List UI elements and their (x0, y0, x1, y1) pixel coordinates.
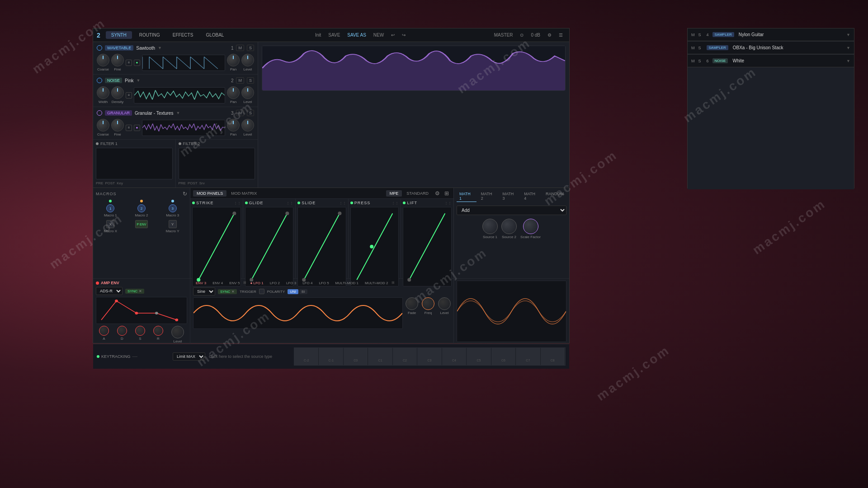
osc2-pan-knob[interactable] (227, 86, 240, 99)
math-operation-dropdown[interactable]: Add (457, 206, 566, 215)
amp-r-knob[interactable] (153, 326, 163, 336)
main-waveform[interactable] (262, 46, 566, 91)
mod-expand[interactable]: ⊞ (443, 190, 451, 197)
master-settings[interactable]: ⚙ (545, 32, 554, 38)
lfo-type-dropdown[interactable]: Sine (193, 287, 215, 296)
osc3-wave-btn[interactable]: ≡ (126, 125, 132, 131)
key-c0[interactable]: C0 (344, 348, 368, 365)
sampler-badge-2[interactable]: SAMPLER (707, 45, 728, 50)
lfo-tab-lfo2[interactable]: LFO 2 (267, 281, 283, 286)
amp-d-knob[interactable] (117, 326, 127, 336)
save-button[interactable]: SAVE (326, 32, 343, 38)
osc2-power[interactable] (97, 78, 102, 83)
key-c6[interactable]: C6 (491, 348, 516, 365)
amp-s-knob[interactable] (135, 326, 145, 336)
undo-button[interactable]: ↩ (388, 32, 397, 38)
osc1-fine-knob[interactable] (111, 54, 124, 66)
save-as-button[interactable]: SAVE AS (344, 32, 369, 38)
osc2-width-knob[interactable] (97, 86, 109, 99)
tab-effects[interactable]: EFFECTS (167, 31, 199, 39)
osc2-mute[interactable]: M (236, 77, 244, 84)
osc1-coarse-knob[interactable] (97, 54, 109, 66)
mod-glide-curve[interactable] (245, 207, 294, 286)
osc3-level-knob[interactable] (241, 119, 254, 131)
lfo-fade-knob[interactable] (406, 297, 418, 310)
keytrack-hint[interactable]: Click here to select the source type (209, 354, 290, 359)
osc2-solo[interactable]: S (247, 77, 254, 84)
osc2-wave-btn[interactable]: ≡ (126, 92, 132, 99)
keytrack-limit-dropdown[interactable]: Limit MAX (173, 352, 205, 361)
filter1-display[interactable] (96, 148, 173, 179)
lfo-tab-lfo5[interactable]: LFO 5 (316, 281, 331, 286)
filter2-display[interactable] (179, 148, 255, 179)
lfo-freq-knob[interactable] (422, 297, 434, 310)
lfo-sync-remove[interactable]: ✕ (231, 290, 235, 294)
key-c-1[interactable]: C-1 (319, 348, 343, 365)
scale-factor-knob[interactable] (523, 219, 538, 234)
osc2-type[interactable]: NOISE (105, 78, 122, 83)
math-tab-3[interactable]: MATH 3 (500, 191, 520, 202)
mod-settings[interactable]: ⚙ (433, 190, 442, 197)
osc3-solo[interactable]: S (247, 110, 254, 116)
mod-slide-curve[interactable] (297, 207, 346, 286)
macro2-badge[interactable]: 2 (137, 204, 146, 212)
key-c1[interactable]: C1 (368, 348, 392, 365)
mod-press-curve[interactable] (350, 207, 399, 286)
osc1-pan-knob[interactable] (227, 54, 240, 66)
lfo-tab-expand-lfo[interactable]: ⊞ (392, 281, 395, 286)
amp-env-sync-remove[interactable]: ✕ (139, 289, 142, 293)
sampler-badge-1[interactable]: SAMPLER (712, 32, 734, 37)
math-tab-random[interactable]: RANDOM (543, 191, 566, 202)
tab-mpe[interactable]: MPE (386, 190, 402, 197)
math-tab-1[interactable]: MATH 1 (457, 191, 476, 202)
osc3-power[interactable] (97, 110, 102, 116)
amp-env-curve[interactable] (96, 297, 187, 324)
redo-button[interactable]: ↪ (399, 32, 408, 38)
amp-env-type-dropdown[interactable]: ADS-R (96, 287, 123, 295)
lfo-tab-lfo4[interactable]: LFO 4 (300, 281, 315, 286)
key-c4[interactable]: C4 (442, 348, 467, 365)
osc3-coarse-knob[interactable] (97, 119, 109, 131)
osc2-waveform[interactable] (134, 87, 225, 103)
lfo-level-knob[interactable] (438, 297, 451, 310)
lfo-tab-lfo3[interactable]: LFO 3 (283, 281, 299, 286)
macro-penv-badge[interactable]: P ENV (135, 220, 148, 228)
osc3-mute[interactable]: M (236, 110, 244, 116)
macros-refresh[interactable]: ↻ (183, 191, 187, 197)
lfo-tab-env4[interactable]: ENV 4 (210, 281, 226, 286)
lfo-pol-bi[interactable]: BI (299, 289, 307, 294)
source1-knob[interactable] (482, 219, 498, 234)
tab-global[interactable]: GLOBAL (200, 31, 229, 39)
lfo-trigger-check[interactable] (259, 289, 264, 294)
mod-lift-curve[interactable] (403, 207, 452, 286)
lfo-tab-env3[interactable]: ENV 3 (193, 281, 209, 286)
key-c3[interactable]: C3 (417, 348, 442, 365)
amp-a-knob[interactable] (99, 326, 109, 336)
macro-x-badge[interactable]: X (106, 220, 114, 228)
lfo-tab-env5[interactable]: ENV 5 (226, 281, 242, 286)
tab-standard[interactable]: STANDARD (403, 190, 432, 197)
osc1-mute[interactable]: M (236, 45, 244, 51)
key-c7[interactable]: C7 (516, 348, 540, 365)
lfo-tab-multimod1[interactable]: MULTI-MOD 1 (333, 281, 361, 286)
osc1-level-knob[interactable] (241, 54, 254, 66)
master-menu[interactable]: ☰ (556, 32, 566, 38)
math-tab-2[interactable]: MATH 2 (478, 191, 498, 202)
osc3-waveform[interactable] (142, 120, 225, 136)
lfo-curve-display[interactable] (193, 297, 403, 329)
osc1-waveform[interactable] (142, 55, 225, 71)
key-c8[interactable]: C8 (541, 348, 565, 365)
osc1-link-btn[interactable]: ● (134, 60, 140, 66)
lfo-tab-lfo1[interactable]: ● LFO 1 (247, 281, 266, 286)
key-c-2[interactable]: C-2 (294, 348, 319, 365)
osc2-density-knob[interactable] (111, 86, 124, 99)
osc1-power[interactable] (97, 45, 102, 51)
piano-keys[interactable]: C-2 C-1 C0 C1 C2 C3 C4 C5 C6 C7 C8 (294, 347, 566, 366)
math-tab-4[interactable]: MATH 4 (521, 191, 541, 202)
osc1-solo[interactable]: S (247, 45, 254, 51)
lfo-pol-uni[interactable]: UNI (288, 289, 298, 294)
source2-knob[interactable] (501, 219, 517, 234)
osc3-preset[interactable]: Granular - Textures (135, 111, 173, 116)
osc2-level-knob[interactable] (241, 86, 254, 99)
tab-routing[interactable]: ROUTING (134, 31, 165, 39)
